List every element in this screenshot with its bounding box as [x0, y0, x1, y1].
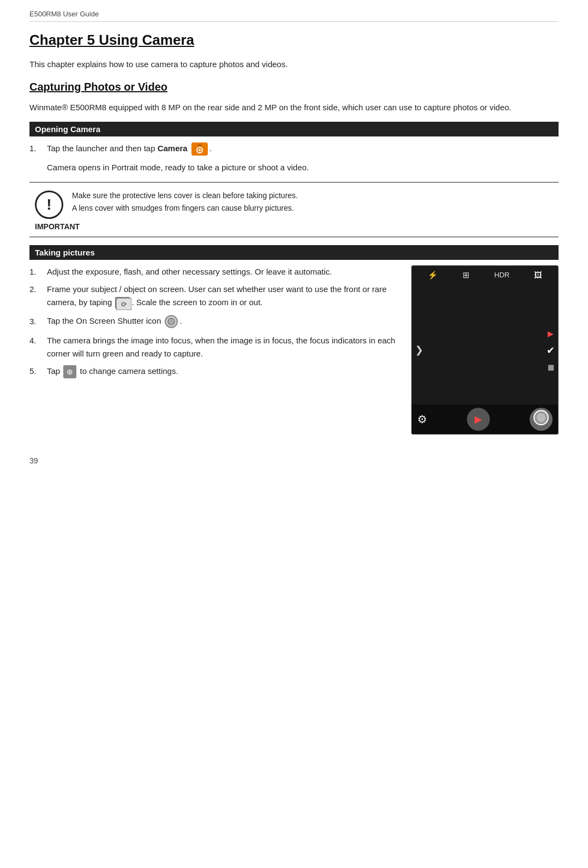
settings-svg: ⊕ [63, 365, 76, 378]
step-text-t2: Frame your subject / object on screen. U… [47, 283, 401, 309]
taking-pictures-steps: 1. Adjust the exposure, flash, and other… [29, 265, 401, 378]
switch-camera-svg: ⟳ [116, 298, 131, 310]
step-num-t2: 2. [29, 283, 47, 296]
step-1-subtext: Camera opens in Portrait mode, ready to … [47, 161, 559, 174]
step-num-t3: 3. [29, 315, 47, 328]
step-1-text: Tap the launcher and then tap Camera . [47, 142, 559, 156]
svg-rect-1 [197, 144, 202, 146]
step-text-t3: Tap the On Screen Shutter icon . [47, 314, 401, 329]
opening-camera-steps: 1. Tap the launcher and then tap Camera … [29, 142, 559, 156]
step-item-t4: 4. The camera brings the image into focu… [29, 334, 401, 360]
section-title-capturing: Capturing Photos or Video [29, 81, 559, 93]
camera-left-arrow: ❯ [415, 344, 423, 356]
camera-screenshot-container: ⚡ ⊞ HDR 🖼 ❯ ▶ ✔ ▦ ⚙ [411, 265, 559, 435]
camera-svg [191, 142, 208, 156]
camera-screenshot: ⚡ ⊞ HDR 🖼 ❯ ▶ ✔ ▦ ⚙ [411, 265, 559, 435]
svg-point-8 [168, 318, 175, 325]
video-mode-icon: ▶ [548, 329, 554, 337]
page-number: 39 [29, 456, 559, 465]
taking-pictures-section: Taking pictures 1. Adjust the exposure, … [29, 245, 559, 435]
chapter-title: Chapter 5 Using Camera [29, 32, 559, 49]
chapter-intro: This chapter explains how to use camera … [29, 58, 559, 71]
svg-text:⟳: ⟳ [121, 300, 127, 308]
important-line2: A lens cover with smudges from fingers c… [72, 202, 298, 215]
camera-right-icons: ▶ ✔ ▦ [547, 329, 555, 371]
grid-icon: ⊞ [463, 270, 470, 280]
step-num-t1: 1. [29, 265, 47, 278]
step-item-t2: 2. Frame your subject / object on screen… [29, 283, 401, 309]
taking-pictures-layout: 1. Adjust the exposure, flash, and other… [29, 265, 559, 435]
step-text-t4: The camera brings the image into focus, … [47, 334, 401, 360]
panorama-icon: ▦ [548, 362, 554, 371]
camera-shutter-button[interactable] [530, 408, 553, 431]
step-text-t1: Adjust the exposure, flash, and other ne… [47, 265, 401, 278]
camera-top-bar: ⚡ ⊞ HDR 🖼 [412, 266, 558, 282]
step-item-t3: 3. Tap the On Screen Shutter icon . [29, 314, 401, 329]
step-num-t4: 4. [29, 334, 47, 347]
camera-bottom-bar: ⚙ ▶ [412, 405, 558, 434]
important-label: IMPORTANT [35, 222, 553, 231]
svg-point-12 [537, 413, 545, 422]
taking-pictures-left: 1. Adjust the exposure, flash, and other… [29, 265, 401, 384]
important-box: ! Make sure the protective lens cover is… [29, 182, 559, 237]
video-record-icon: ▶ [475, 413, 482, 425]
important-line1: Make sure the protective lens cover is c… [72, 189, 298, 203]
step-text-t5: Tap ⊕ to change camera settings. [47, 365, 401, 378]
header-title: E500RM8 User Guide [29, 10, 99, 18]
step-item-t5: 5. Tap ⊕ to change camera settings. [29, 365, 401, 378]
slow-mo-icon: ✔ [547, 344, 555, 356]
svg-point-3 [199, 149, 201, 151]
step-num-t5: 5. [29, 365, 47, 378]
hdr-icon: HDR [494, 271, 509, 279]
step-item-1: 1. Tap the launcher and then tap Camera … [29, 142, 559, 156]
subsection-taking-pictures: Taking pictures [29, 245, 559, 260]
step-num-1: 1. [29, 142, 47, 155]
switch-camera-icon: ⟳ [115, 297, 130, 309]
opening-camera-heading: Opening Camera [35, 124, 100, 134]
camera-orange-icon [191, 142, 208, 156]
camera-video-button[interactable]: ▶ [467, 408, 490, 431]
exclamation-icon: ! [35, 191, 63, 219]
shutter-circle-svg [533, 409, 549, 426]
camera-label: Camera [158, 144, 188, 153]
shutter-svg [164, 314, 178, 329]
mode-icon: 🖼 [534, 270, 542, 280]
settings-icon: ⊕ [63, 365, 76, 378]
page-wrapper: E500RM8 User Guide Chapter 5 Using Camer… [0, 0, 588, 487]
important-inner: ! Make sure the protective lens cover is… [35, 189, 553, 219]
step-item-t1: 1. Adjust the exposure, flash, and other… [29, 265, 401, 278]
camera-gear-icon: ⚙ [417, 413, 427, 426]
shutter-circle-icon [533, 409, 549, 429]
page-header: E500RM8 User Guide [29, 10, 559, 22]
taking-pictures-heading: Taking pictures [35, 248, 95, 257]
capturing-description: Winmate® E500RM8 equipped with 8 MP on t… [29, 101, 559, 114]
flash-icon: ⚡ [428, 270, 438, 280]
important-text: Make sure the protective lens cover is c… [72, 189, 298, 216]
subsection-opening-camera: Opening Camera [29, 122, 559, 136]
shutter-icon [164, 314, 178, 329]
svg-text:⊕: ⊕ [67, 367, 73, 376]
